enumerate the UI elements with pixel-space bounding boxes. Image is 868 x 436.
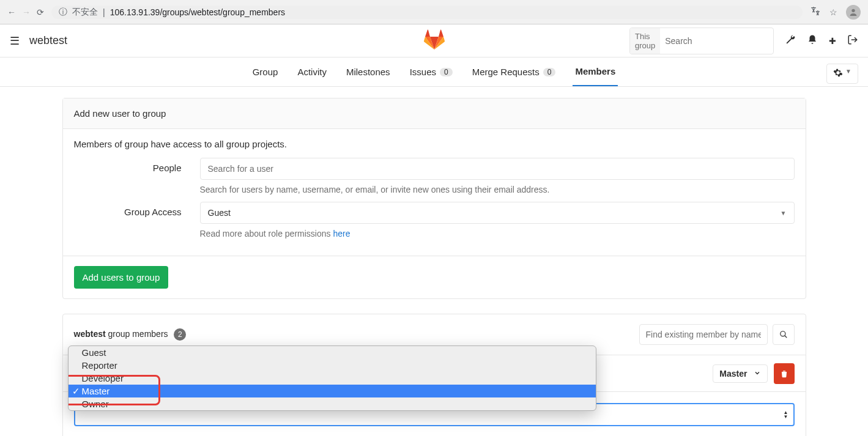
role-selector[interactable]: Master <box>713 364 767 383</box>
header-search[interactable]: This group <box>629 28 774 54</box>
option-guest[interactable]: Guest <box>69 346 596 359</box>
chevron-down-icon <box>754 369 761 379</box>
gear-icon <box>833 68 843 79</box>
svg-point-0 <box>851 9 855 12</box>
insecure-icon: ⓘ <box>59 7 67 18</box>
profile-icon[interactable] <box>846 5 861 20</box>
tab-issues[interactable]: Issues 0 <box>407 57 455 86</box>
people-label: People <box>74 158 182 194</box>
wrench-icon[interactable] <box>785 34 796 47</box>
tab-merge-requests[interactable]: Merge Requests 0 <box>470 57 558 86</box>
option-reporter[interactable]: Reporter <box>69 359 596 372</box>
add-users-button[interactable]: Add users to group <box>74 266 169 289</box>
menu-icon[interactable]: ☰ <box>10 34 20 48</box>
find-member-button[interactable] <box>773 324 795 345</box>
mr-count: 0 <box>543 68 556 76</box>
find-member-input[interactable] <box>639 324 768 345</box>
insecure-label: 不安全 <box>72 7 98 18</box>
sign-out-icon[interactable] <box>847 34 858 47</box>
group-access-label: Group Access <box>74 202 182 238</box>
forward-icon: → <box>22 7 31 17</box>
settings-dropdown[interactable]: ▼ <box>826 64 858 84</box>
tab-group[interactable]: Group <box>250 57 281 86</box>
back-icon[interactable]: ← <box>7 7 16 17</box>
caret-down-icon: ▼ <box>845 68 851 79</box>
group-tabs: Group Activity Milestones Issues 0 Merge… <box>0 57 868 87</box>
app-header: ☰ webtest This group ✚ <box>0 24 868 57</box>
address-bar[interactable]: ⓘ 不安全 | 106.13.91.39/groups/webtest/grou… <box>51 6 803 19</box>
role-options-list: Guest Reporter Developer Master Owner <box>68 345 596 411</box>
access-help: Read more about role permissions here <box>200 229 795 238</box>
tab-milestones[interactable]: Milestones <box>344 57 393 86</box>
caret-down-icon: ▼ <box>781 210 787 216</box>
members-panel: webtest group members 2 Master <box>62 314 806 436</box>
plus-icon[interactable]: ✚ <box>829 36 836 46</box>
gitlab-logo-icon[interactable] <box>423 29 445 53</box>
tab-activity[interactable]: Activity <box>295 57 329 86</box>
option-developer[interactable]: Developer <box>69 372 596 385</box>
group-access-select[interactable]: Guest ▼ <box>200 202 795 224</box>
remove-member-button[interactable] <box>774 363 795 384</box>
members-count: 2 <box>174 328 186 341</box>
tab-members[interactable]: Members <box>573 57 618 86</box>
reload-icon[interactable]: ⟳ <box>37 7 44 17</box>
translate-icon[interactable] <box>810 6 821 18</box>
search-input[interactable] <box>660 32 774 50</box>
add-user-panel: Add new user to group Members of group h… <box>62 98 806 299</box>
panel-title: Add new user to group <box>63 98 806 129</box>
people-input[interactable]: Search for a user <box>200 158 795 180</box>
role-select-open-row: ▲▼ Guest Reporter Developer Master Owner… <box>63 391 806 436</box>
option-master[interactable]: Master <box>69 385 596 397</box>
url-text: 106.13.91.39/groups/webtest/group_member… <box>110 7 285 17</box>
people-help: Search for users by name, username, or e… <box>200 185 795 194</box>
issues-count: 0 <box>440 68 453 76</box>
browser-toolbar: ← → ⟳ ⓘ 不安全 | 106.13.91.39/groups/webtes… <box>0 0 868 24</box>
bell-icon[interactable] <box>807 34 818 47</box>
option-owner[interactable]: Owner <box>69 397 596 410</box>
members-title: webtest group members 2 <box>74 328 187 341</box>
star-icon[interactable]: ☆ <box>829 7 837 17</box>
select-arrows-icon: ▲▼ <box>784 410 788 419</box>
group-name[interactable]: webtest <box>29 34 67 47</box>
panel-description: Members of group have access to all grou… <box>74 139 795 149</box>
permissions-link[interactable]: here <box>333 229 350 238</box>
svg-point-2 <box>780 331 785 336</box>
search-scope: This group <box>630 28 660 54</box>
